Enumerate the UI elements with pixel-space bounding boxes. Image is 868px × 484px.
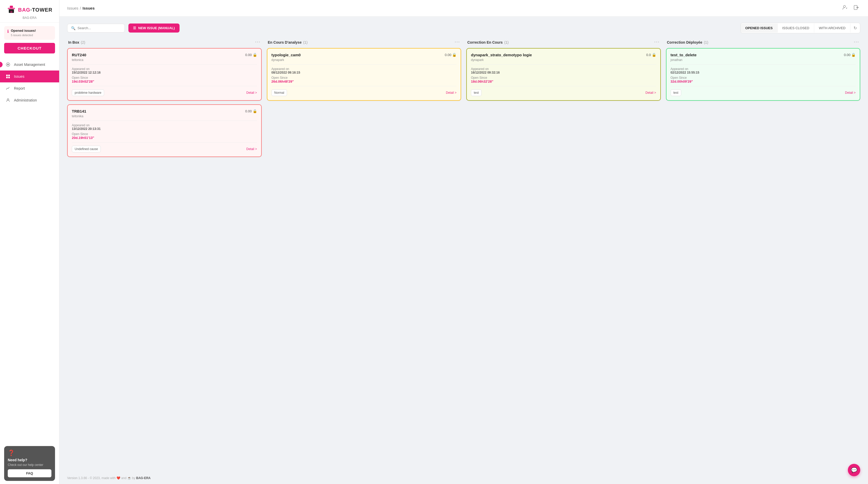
faq-button[interactable]: FAQ: [8, 469, 52, 477]
svg-rect-0: [10, 6, 13, 8]
asset-management-icon: [5, 62, 11, 67]
card-appeared-date: 15/12/2022 12:12:16: [72, 71, 257, 74]
col-menu-button[interactable]: ···: [255, 39, 260, 45]
user-edit-icon-button[interactable]: [841, 4, 849, 13]
checkout-button[interactable]: CHECKOUT: [4, 43, 55, 54]
header-actions: [841, 4, 860, 13]
refresh-button[interactable]: ↻: [850, 23, 860, 33]
card-appeared: Appeared on 13/12/2022 20:13:31: [72, 124, 257, 131]
sidebar-item-administration-label: Administration: [14, 98, 37, 102]
tab-opened-issues[interactable]: OPENED ISSUES: [741, 24, 778, 33]
tabs-group: OPENED ISSUES ISSUES CLOSED WITH ARCHIVE…: [740, 23, 860, 33]
card-appeared: Appeared on 15/12/2022 12:12:16: [72, 67, 257, 74]
help-box: ❓ Need help? Check out our help center F…: [4, 446, 55, 481]
col-menu-button[interactable]: ···: [455, 39, 460, 45]
sidebar-item-asset-management-label: Asset Management: [14, 63, 45, 67]
card-appeared-date: 08/12/2022 09:16:15: [272, 71, 457, 74]
card-header: test_to_delete 0.00 🔒: [671, 53, 856, 57]
col-header: En Cours D'analyse (1) ···: [267, 39, 461, 48]
card-detail-link[interactable]: Detail >: [845, 91, 856, 95]
new-issue-label: NEW ISSUE (MANUAL): [138, 26, 175, 30]
card-org: teltonica: [72, 58, 257, 62]
card-open-since: Open Since 20d.19h51'13": [72, 132, 257, 140]
col-count: (2): [81, 40, 85, 44]
card-divider-2: [471, 86, 656, 86]
help-title: Need help?: [8, 458, 52, 462]
kanban-col-correction-deployee: Correction Déployée (1) ··· test_to_dele…: [666, 39, 861, 104]
card-detail-link[interactable]: Detail >: [645, 91, 656, 95]
card-detail-link[interactable]: Detail >: [246, 147, 257, 151]
sidebar-item-issues[interactable]: Issues: [0, 70, 59, 83]
card-open-since: Open Since 32d.00h09'29": [671, 76, 856, 84]
col-count: (1): [704, 40, 708, 44]
issue-card: dynapark_strato_demotypo logie 0.0 🔒 dyn…: [466, 48, 661, 101]
kanban-col-correction-en-cours: Correction En Cours (1) ··· dynapark_str…: [466, 39, 661, 104]
card-open-since-value: 32d.00h09'29": [671, 79, 693, 84]
issue-card: test_to_delete 0.00 🔒 jonathan Appeared …: [666, 48, 861, 101]
help-subtitle: Check out our help center: [8, 463, 52, 467]
logo-row: BAG·TOWER: [7, 5, 53, 14]
col-title-text: Correction En Cours: [467, 40, 503, 44]
search-input[interactable]: [78, 26, 121, 30]
tab-archived[interactable]: WITH ARCHIVED: [814, 24, 850, 33]
card-divider: [471, 64, 656, 65]
svg-point-11: [843, 5, 845, 7]
col-menu-button[interactable]: ···: [854, 39, 859, 45]
card-appeared-date: 02/12/2022 15:55:15: [671, 71, 856, 74]
card-divider: [671, 64, 856, 65]
new-issue-button[interactable]: ☰ NEW ISSUE (MANUAL): [128, 24, 180, 33]
col-title-text: In Box: [68, 40, 79, 44]
administration-icon: [5, 97, 11, 103]
card-version: 0.0 🔒: [646, 53, 656, 57]
card-open-since-value: 18d.06h32'28": [471, 79, 493, 84]
footer-text: Version 1.3.66 - © 2023, made with ❤️ an…: [67, 476, 151, 480]
card-header: dynapark_strato_demotypo logie 0.0 🔒: [471, 53, 656, 57]
tab-closed-issues[interactable]: ISSUES CLOSED: [778, 24, 814, 33]
breadcrumb-parent[interactable]: Issues: [67, 6, 78, 10]
logo-subtitle: BAG-ERA: [23, 16, 36, 20]
sidebar: BAG·TOWER BAG-ERA ℹ Opened issues! 5 iss…: [0, 0, 59, 484]
card-tag: Undefined cause: [72, 146, 101, 152]
search-wrapper: 🔍: [67, 24, 125, 33]
card-footer: test Detail >: [671, 89, 856, 96]
sidebar-item-issues-label: Issues: [14, 74, 24, 78]
card-open-since: Open Since 18d.06h32'28": [471, 76, 656, 84]
breadcrumb-current: Issues: [83, 6, 95, 10]
col-title: En Cours D'analyse (1): [268, 40, 308, 44]
content-area: 🔍 ☰ NEW ISSUE (MANUAL) OPENED ISSUES ISS…: [59, 17, 868, 472]
col-header: Correction En Cours (1) ···: [466, 39, 661, 48]
card-divider-2: [272, 86, 457, 86]
card-open-since-value: 26d.06h48'29": [272, 79, 294, 84]
col-count: (1): [303, 40, 307, 44]
alert-title: Opened issues!: [11, 29, 36, 33]
card-appeared: Appeared on 08/12/2022 09:16:15: [272, 67, 457, 74]
chat-fab-button[interactable]: 💬: [848, 464, 860, 476]
card-tag: test: [671, 89, 681, 96]
card-tag: Normal: [272, 89, 287, 96]
issue-card: TRB141 0.00 🔒 teltonika Appeared on 13/1…: [67, 104, 262, 157]
logout-icon-button[interactable]: [852, 4, 860, 13]
svg-rect-7: [8, 75, 10, 76]
card-divider-2: [72, 86, 257, 86]
svg-rect-6: [6, 75, 8, 76]
collapse-button[interactable]: ›: [0, 62, 3, 67]
svg-point-10: [7, 99, 9, 100]
col-menu-button[interactable]: ···: [654, 39, 659, 45]
card-detail-link[interactable]: Detail >: [246, 91, 257, 95]
col-header: In Box (2) ···: [67, 39, 262, 48]
col-title-text: Correction Déployée: [667, 40, 703, 44]
card-version: 0.00 🔒: [445, 53, 457, 57]
card-tag: problème hardware: [72, 89, 104, 96]
breadcrumb-separator: /: [80, 6, 81, 10]
svg-rect-8: [6, 77, 8, 78]
sidebar-item-asset-management[interactable]: › Asset Management: [0, 59, 59, 70]
sidebar-item-administration[interactable]: Administration: [0, 94, 59, 106]
card-org: jonathan: [671, 58, 856, 62]
sidebar-item-report-label: Report: [14, 86, 25, 90]
card-detail-link[interactable]: Detail >: [446, 91, 457, 95]
sidebar-item-report[interactable]: Report: [0, 83, 59, 94]
card-appeared-date: 13/12/2022 20:13:31: [72, 127, 257, 131]
logo-area: BAG·TOWER BAG-ERA: [0, 0, 59, 23]
col-count: (1): [504, 40, 509, 44]
col-title-text: En Cours D'analyse: [268, 40, 302, 44]
